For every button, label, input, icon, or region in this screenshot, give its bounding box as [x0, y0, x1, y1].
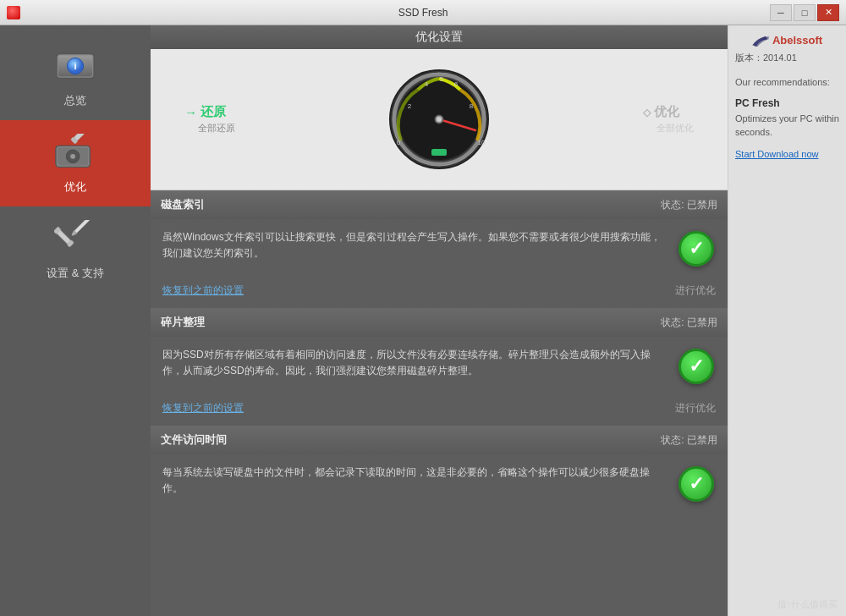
- opt-item-defrag: 碎片整理 状态: 已禁用 因为SSD对所有存储区域有着相同的访问速度，所以文件没…: [151, 308, 728, 424]
- file-access-checkmark: ✓: [678, 466, 714, 502]
- defrag-checkmark: ✓: [678, 349, 714, 384]
- app-body: i 总览: [0, 25, 846, 616]
- gauge-svg: 0 2 4 5 6 8 10: [384, 64, 494, 174]
- defrag-title: 碎片整理: [161, 315, 205, 330]
- gauge-area: 还原 全部还原: [151, 49, 728, 190]
- opt-item-defrag-header: 碎片整理 状态: 已禁用: [151, 308, 728, 337]
- defrag-description: 因为SSD对所有存储区域有着相同的访问速度，所以文件没有必要连续存储。碎片整理只…: [162, 347, 668, 379]
- disk-index-status: 状态: 已禁用: [661, 198, 717, 212]
- svg-text:8: 8: [470, 102, 474, 110]
- opt-item-file-access: 文件访问时间 状态: 已禁用 每当系统去读写硬盘中的文件时，都会记录下读取的时间…: [151, 426, 728, 514]
- svg-text:i: i: [74, 61, 76, 71]
- top-panel: 优化设置 还原 全部还原: [151, 25, 728, 190]
- sidebar-item-settings[interactable]: 设置 & 支持: [0, 206, 151, 293]
- opt-item-disk-index-header: 磁盘索引 状态: 已禁用: [151, 190, 728, 219]
- brand-logo-icon: [752, 35, 769, 47]
- download-link[interactable]: Start Download now: [735, 149, 818, 159]
- content-area: 优化设置 还原 全部还原: [151, 25, 728, 616]
- recommendation-title: Our recommendations:: [735, 76, 830, 89]
- disk-index-check: ✓: [677, 229, 716, 268]
- maximize-button[interactable]: □: [794, 4, 816, 21]
- restore-sub-label: 全部还原: [184, 122, 235, 135]
- sidebar-label-settings: 设置 & 支持: [47, 266, 104, 281]
- disk-index-body: 虽然Windows文件索引可以让搜索更快，但是索引过程会产生写入操作。如果您不需…: [151, 219, 728, 278]
- version-label: 版本：2014.01: [735, 52, 797, 64]
- settings-icon: [54, 218, 96, 261]
- sidebar-item-optimize[interactable]: 优化: [0, 120, 151, 206]
- opt-item-disk-index: 磁盘索引 状态: 已禁用 虽然Windows文件索引可以让搜索更快，但是索引过程…: [151, 190, 728, 306]
- close-button[interactable]: ✕: [817, 4, 839, 21]
- file-access-check: ✓: [677, 465, 716, 503]
- defrag-opt-link[interactable]: 进行优化: [675, 401, 716, 415]
- restore-button[interactable]: 还原 全部还原: [184, 104, 235, 135]
- disk-index-restore-link[interactable]: 恢复到之前的设置: [162, 283, 244, 298]
- overview-icon: i: [54, 46, 96, 88]
- disk-index-checkmark: ✓: [678, 231, 714, 267]
- defrag-status: 状态: 已禁用: [661, 316, 717, 330]
- svg-text:5: 5: [440, 75, 444, 83]
- svg-point-7: [70, 154, 75, 159]
- file-access-body: 每当系统去读写硬盘中的文件时，都会记录下读取的时间，这是非必要的，省略这个操作可…: [151, 454, 728, 514]
- sidebar: i 总览: [0, 25, 151, 616]
- svg-text:2: 2: [408, 102, 412, 110]
- brand-logo: Abelssoft: [752, 34, 822, 47]
- defrag-check: ✓: [677, 347, 716, 386]
- svg-point-29: [437, 117, 442, 122]
- svg-rect-14: [74, 220, 91, 233]
- file-access-status: 状态: 已禁用: [661, 433, 717, 448]
- svg-text:0: 0: [397, 139, 401, 146]
- watermark: 值↑什么值得买: [777, 598, 838, 611]
- pc-fresh-title: PC Fresh: [735, 97, 839, 109]
- gauge-container: 0 2 4 5 6 8 10: [384, 64, 494, 174]
- optimize-label: 优化: [643, 104, 679, 120]
- restore-label: 还原: [184, 104, 226, 120]
- disk-index-opt-link[interactable]: 进行优化: [675, 283, 716, 298]
- disk-index-title: 磁盘索引: [161, 197, 205, 212]
- right-panel: Abelssoft 版本：2014.01 Our recommendations…: [728, 25, 846, 616]
- file-access-description: 每当系统去读写硬盘中的文件时，都会记录下读取的时间，这是非必要的，省略这个操作可…: [162, 465, 668, 497]
- app-icon: [7, 6, 20, 19]
- svg-text:6: 6: [454, 80, 459, 88]
- svg-text:10: 10: [478, 139, 486, 146]
- items-scroll[interactable]: 磁盘索引 状态: 已禁用 虽然Windows文件索引可以让搜索更快，但是索引过程…: [151, 190, 728, 616]
- panel-title: 优化设置: [151, 25, 728, 49]
- defrag-footer: 恢复到之前的设置 进行优化: [151, 396, 728, 424]
- defrag-restore-link[interactable]: 恢复到之前的设置: [162, 401, 244, 415]
- opt-item-file-access-header: 文件访问时间 状态: 已禁用: [151, 426, 728, 454]
- titlebar-title: SSD Fresh: [398, 7, 448, 19]
- disk-index-description: 虽然Windows文件索引可以让搜索更快，但是索引过程会产生写入操作。如果您不需…: [162, 229, 668, 261]
- pc-fresh-section: PC Fresh Optimizes your PC within second…: [735, 97, 839, 161]
- sidebar-item-overview[interactable]: i 总览: [0, 34, 151, 120]
- titlebar-controls: ─ □ ✕: [770, 4, 839, 21]
- disk-index-footer: 恢复到之前的设置 进行优化: [151, 278, 728, 306]
- pc-fresh-description: Optimizes your PC within seconds.: [735, 113, 839, 139]
- sidebar-label-optimize: 优化: [64, 179, 86, 195]
- defrag-body: 因为SSD对所有存储区域有着相同的访问速度，所以文件没有必要连续存储。碎片整理只…: [151, 337, 728, 396]
- sidebar-label-overview: 总览: [64, 93, 86, 108]
- optimize-icon: [54, 132, 96, 174]
- file-access-title: 文件访问时间: [161, 432, 227, 448]
- titlebar-left: [7, 6, 20, 19]
- svg-text:4: 4: [425, 80, 429, 88]
- titlebar: SSD Fresh ─ □ ✕: [0, 0, 846, 25]
- optimize-button[interactable]: 优化 全部优化: [643, 104, 694, 135]
- svg-rect-30: [431, 149, 447, 156]
- minimize-button[interactable]: ─: [770, 4, 792, 21]
- brand-name: Abelssoft: [772, 34, 822, 47]
- optimize-sub-label: 全部优化: [643, 122, 694, 135]
